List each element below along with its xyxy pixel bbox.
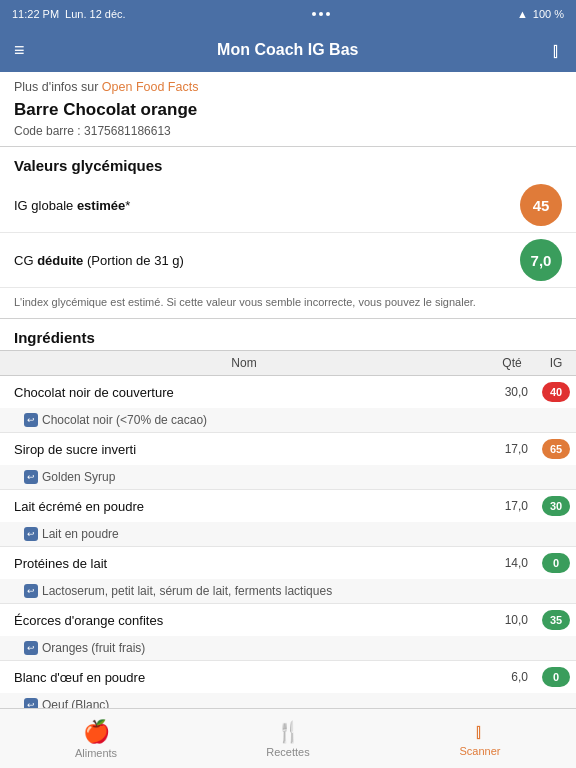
ingredient-main-name: Lait écrémé en poudre	[0, 497, 488, 516]
ingredient-sub-row: ↩ Lactoserum, petit lait, sérum de lait,…	[0, 579, 576, 603]
ingredient-group: Sirop de sucre inverti17,065↩ Golden Syr…	[0, 433, 576, 490]
ingredient-main-qte: 6,0	[488, 668, 536, 686]
ingredient-sub-ig	[536, 475, 576, 479]
ingredient-sub-ig	[536, 589, 576, 593]
tab-aliments[interactable]: 🍎 Aliments	[0, 709, 192, 768]
ingredient-sub-ig	[536, 703, 576, 707]
glycemic-section-title: Valeurs glycémiques	[0, 149, 576, 178]
ingredient-main-name: Blanc d'œuf en poudre	[0, 668, 488, 687]
cg-label: CG déduite (Portion de 31 g)	[14, 253, 520, 268]
ingredient-main-ig: 0	[536, 551, 576, 575]
ig-badge: 40	[542, 382, 570, 402]
ingredient-main-row: Écorces d'orange confites10,035	[0, 604, 576, 636]
nav-title: Mon Coach IG Bas	[25, 41, 551, 59]
ingredient-main-row: Sirop de sucre inverti17,065	[0, 433, 576, 465]
ingredient-sub-qte	[488, 418, 536, 422]
ig-badge: 35	[542, 610, 570, 630]
ingredient-main-qte: 14,0	[488, 554, 536, 572]
ingredient-main-ig: 30	[536, 494, 576, 518]
scanner-icon: ⫿	[474, 720, 486, 743]
wifi-icon: ▲	[517, 8, 528, 20]
col-header-qte: Qté	[488, 351, 536, 375]
ingredient-sub-row: ↩ Oranges (fruit frais)	[0, 636, 576, 660]
tab-scanner-label: Scanner	[460, 745, 501, 757]
ingredient-main-name: Sirop de sucre inverti	[0, 440, 488, 459]
open-food-facts-link[interactable]: Open Food Facts	[102, 80, 199, 94]
ig-badge: 0	[542, 553, 570, 573]
tab-bar: 🍎 Aliments 🍴 Recettes ⫿ Scanner	[0, 708, 576, 768]
ingredient-sub-ig	[536, 418, 576, 422]
ingredient-sub-qte	[488, 475, 536, 479]
status-date: Lun. 12 déc.	[65, 8, 126, 20]
ingredient-main-row: Chocolat noir de couverture30,040	[0, 376, 576, 408]
ingredient-sub-name: ↩ Lactoserum, petit lait, sérum de lait,…	[0, 582, 488, 600]
barcode-nav-icon[interactable]: ⫿	[551, 39, 562, 62]
product-title: Barre Chocolat orange	[0, 98, 576, 122]
battery-label: 100 %	[533, 8, 564, 20]
ingredient-sub-name: ↩ Chocolat noir (<70% de cacao)	[0, 411, 488, 429]
ingredient-main-qte: 17,0	[488, 497, 536, 515]
ig-row: IG globale estimée* 45	[0, 178, 576, 233]
ingredient-main-qte: 30,0	[488, 383, 536, 401]
ig-label: IG globale estimée*	[14, 198, 520, 213]
menu-icon[interactable]: ≡	[14, 40, 25, 61]
ingredient-main-row: Protéines de lait14,00	[0, 547, 576, 579]
status-bar: 11:22 PM Lun. 12 déc. ▲ 100 %	[0, 0, 576, 28]
ingredient-main-row: Lait écrémé en poudre17,030	[0, 490, 576, 522]
ingredient-sub-name: ↩ Oranges (fruit frais)	[0, 639, 488, 657]
tab-recettes-label: Recettes	[266, 746, 309, 758]
sub-icon: ↩	[24, 527, 38, 541]
ingredient-sub-qte	[488, 646, 536, 650]
ingredients-section-title: Ingrédients	[0, 321, 576, 350]
ingredient-group: Écorces d'orange confites10,035↩ Oranges…	[0, 604, 576, 661]
cg-row: CG déduite (Portion de 31 g) 7,0	[0, 233, 576, 288]
ig-value-badge: 45	[520, 184, 562, 226]
ingredient-sub-qte	[488, 703, 536, 707]
ingredient-main-name: Chocolat noir de couverture	[0, 383, 488, 402]
col-header-nom: Nom	[0, 351, 488, 375]
recettes-icon: 🍴	[276, 720, 301, 744]
ingredient-sub-qte	[488, 589, 536, 593]
tab-recettes[interactable]: 🍴 Recettes	[192, 709, 384, 768]
ingredient-main-name: Protéines de lait	[0, 554, 488, 573]
ingredient-sub-ig	[536, 646, 576, 650]
ingredient-main-qte: 10,0	[488, 611, 536, 629]
ingredient-sub-row: ↩ Lait en poudre	[0, 522, 576, 546]
glycemic-note: L'index glycémique est estimé. Si cette …	[0, 292, 576, 316]
ingredient-sub-name: ↩ Golden Syrup	[0, 468, 488, 486]
ingredient-sub-name: ↩ Lait en poudre	[0, 525, 488, 543]
ingredient-main-ig: 40	[536, 380, 576, 404]
sub-icon: ↩	[24, 413, 38, 427]
ig-badge: 0	[542, 667, 570, 687]
status-icons: ▲ 100 %	[517, 8, 564, 20]
ingredient-main-ig: 0	[536, 665, 576, 689]
info-prefix: Plus d'infos sur	[14, 80, 102, 94]
status-time-date: 11:22 PM Lun. 12 déc.	[12, 8, 126, 20]
ingredient-sub-ig	[536, 532, 576, 536]
ingredient-main-row: Blanc d'œuf en poudre6,00	[0, 661, 576, 693]
nav-bar: ≡ Mon Coach IG Bas ⫿	[0, 28, 576, 72]
sub-icon: ↩	[24, 470, 38, 484]
ig-badge: 30	[542, 496, 570, 516]
ingredient-group: Protéines de lait14,00↩ Lactoserum, peti…	[0, 547, 576, 604]
aliments-icon: 🍎	[83, 719, 110, 745]
tab-scanner[interactable]: ⫿ Scanner	[384, 709, 576, 768]
tab-aliments-label: Aliments	[75, 747, 117, 759]
content-area: Plus d'infos sur Open Food Facts Barre C…	[0, 72, 576, 768]
ingredient-main-name: Écorces d'orange confites	[0, 611, 488, 630]
ig-badge: 65	[542, 439, 570, 459]
ingredient-group: Lait écrémé en poudre17,030↩ Lait en pou…	[0, 490, 576, 547]
ingredients-table-header: Nom Qté IG	[0, 350, 576, 376]
barcode-label: Code barre : 3175681186613	[0, 122, 576, 144]
info-line: Plus d'infos sur Open Food Facts	[0, 72, 576, 98]
sub-icon: ↩	[24, 641, 38, 655]
sub-icon: ↩	[24, 584, 38, 598]
ingredient-group: Chocolat noir de couverture30,040↩ Choco…	[0, 376, 576, 433]
cg-value-badge: 7,0	[520, 239, 562, 281]
status-dots	[312, 12, 330, 16]
ingredient-sub-row: ↩ Golden Syrup	[0, 465, 576, 489]
glycemic-table: IG globale estimée* 45 CG déduite (Porti…	[0, 178, 576, 288]
ingredient-main-ig: 65	[536, 437, 576, 461]
ingredient-sub-qte	[488, 532, 536, 536]
ingredient-sub-row: ↩ Chocolat noir (<70% de cacao)	[0, 408, 576, 432]
